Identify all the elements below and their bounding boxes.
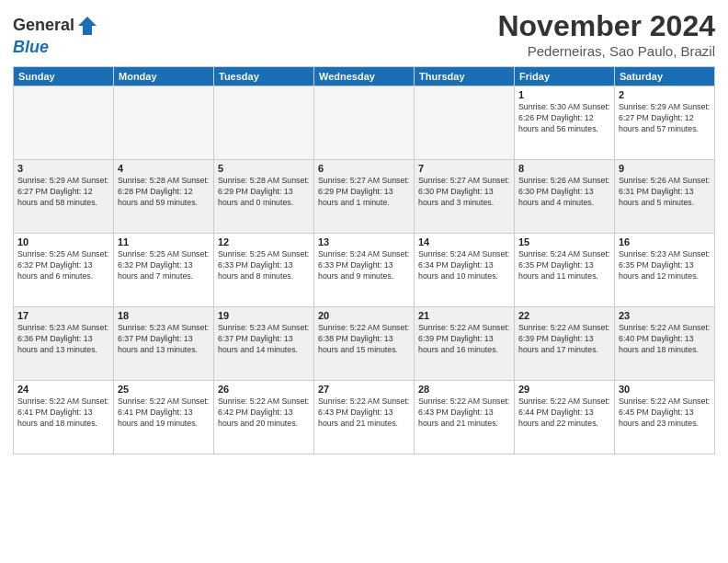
calendar-body: 1Sunrise: 5:30 AM Sunset: 6:26 PM Daylig… [14,86,715,454]
logo-line1: General [13,13,100,39]
calendar-cell: 30Sunrise: 5:22 AM Sunset: 6:45 PM Dayli… [615,381,715,454]
day-info: Sunrise: 5:22 AM Sunset: 6:41 PM Dayligh… [118,396,210,430]
calendar-cell: 4Sunrise: 5:28 AM Sunset: 6:28 PM Daylig… [114,160,214,234]
day-number: 6 [318,163,410,174]
svg-marker-0 [78,17,97,35]
calendar-cell [14,86,114,160]
day-number: 29 [518,384,610,395]
day-number: 2 [619,89,711,100]
day-number: 17 [17,310,109,321]
day-number: 5 [218,163,310,174]
day-number: 19 [218,310,310,321]
calendar-cell: 14Sunrise: 5:24 AM Sunset: 6:34 PM Dayli… [415,234,515,307]
logo-text-block: General Blue [13,13,100,57]
day-number: 28 [418,384,510,395]
calendar-cell: 21Sunrise: 5:22 AM Sunset: 6:39 PM Dayli… [415,307,515,381]
calendar-cell: 10Sunrise: 5:25 AM Sunset: 6:32 PM Dayli… [14,234,114,307]
day-info: Sunrise: 5:25 AM Sunset: 6:33 PM Dayligh… [218,249,310,282]
day-info: Sunrise: 5:23 AM Sunset: 6:37 PM Dayligh… [118,323,210,356]
day-number: 13 [318,236,410,247]
day-number: 22 [518,310,610,321]
calendar-cell [214,86,314,160]
calendar-cell: 18Sunrise: 5:23 AM Sunset: 6:37 PM Dayli… [114,307,214,381]
day-info: Sunrise: 5:29 AM Sunset: 6:27 PM Dayligh… [17,176,109,209]
calendar-cell [314,86,415,160]
header: General Blue November 2024 Pederneiras, … [13,9,715,59]
day-info: Sunrise: 5:26 AM Sunset: 6:30 PM Dayligh… [518,176,610,209]
calendar-week-2: 10Sunrise: 5:25 AM Sunset: 6:32 PM Dayli… [14,234,715,307]
day-number: 26 [218,384,310,395]
day-number: 14 [418,236,510,247]
calendar-cell: 26Sunrise: 5:22 AM Sunset: 6:42 PM Dayli… [214,381,314,454]
day-info: Sunrise: 5:24 AM Sunset: 6:35 PM Dayligh… [518,249,610,282]
page: General Blue November 2024 Pederneiras, … [0,0,728,563]
day-number: 11 [118,236,210,247]
day-info: Sunrise: 5:22 AM Sunset: 6:44 PM Dayligh… [518,396,610,430]
calendar-cell: 2Sunrise: 5:29 AM Sunset: 6:27 PM Daylig… [615,86,715,160]
day-info: Sunrise: 5:22 AM Sunset: 6:39 PM Dayligh… [418,323,510,356]
day-info: Sunrise: 5:22 AM Sunset: 6:43 PM Dayligh… [418,396,510,430]
calendar-cell: 15Sunrise: 5:24 AM Sunset: 6:35 PM Dayli… [515,234,615,307]
logo-blue: Blue [13,39,100,57]
logo: General Blue [13,13,100,57]
day-number: 20 [318,310,410,321]
day-info: Sunrise: 5:27 AM Sunset: 6:29 PM Dayligh… [318,176,410,209]
calendar-cell: 5Sunrise: 5:28 AM Sunset: 6:29 PM Daylig… [214,160,314,234]
calendar-cell [415,86,515,160]
day-number: 1 [518,89,610,100]
title-block: November 2024 Pederneiras, Sao Paulo, Br… [497,9,715,59]
day-info: Sunrise: 5:22 AM Sunset: 6:40 PM Dayligh… [619,323,711,356]
day-number: 15 [518,236,610,247]
calendar-table: Sunday Monday Tuesday Wednesday Thursday… [13,66,715,454]
calendar-cell: 8Sunrise: 5:26 AM Sunset: 6:30 PM Daylig… [515,160,615,234]
day-info: Sunrise: 5:23 AM Sunset: 6:36 PM Dayligh… [17,323,109,356]
day-info: Sunrise: 5:23 AM Sunset: 6:35 PM Dayligh… [619,249,711,282]
day-info: Sunrise: 5:22 AM Sunset: 6:38 PM Dayligh… [318,323,410,356]
calendar-cell: 24Sunrise: 5:22 AM Sunset: 6:41 PM Dayli… [14,381,114,454]
col-saturday: Saturday [615,67,715,86]
calendar-week-0: 1Sunrise: 5:30 AM Sunset: 6:26 PM Daylig… [14,86,715,160]
calendar-week-3: 17Sunrise: 5:23 AM Sunset: 6:36 PM Dayli… [14,307,715,381]
calendar-cell: 12Sunrise: 5:25 AM Sunset: 6:33 PM Dayli… [214,234,314,307]
day-info: Sunrise: 5:25 AM Sunset: 6:32 PM Dayligh… [17,249,109,282]
day-number: 3 [17,163,109,174]
calendar-cell: 20Sunrise: 5:22 AM Sunset: 6:38 PM Dayli… [314,307,415,381]
calendar-cell: 27Sunrise: 5:22 AM Sunset: 6:43 PM Dayli… [314,381,415,454]
calendar-cell: 7Sunrise: 5:27 AM Sunset: 6:30 PM Daylig… [415,160,515,234]
day-number: 30 [619,384,711,395]
calendar-cell: 1Sunrise: 5:30 AM Sunset: 6:26 PM Daylig… [515,86,615,160]
calendar-cell: 13Sunrise: 5:24 AM Sunset: 6:33 PM Dayli… [314,234,415,307]
day-info: Sunrise: 5:23 AM Sunset: 6:37 PM Dayligh… [218,323,310,356]
calendar-cell [114,86,214,160]
day-info: Sunrise: 5:28 AM Sunset: 6:29 PM Dayligh… [218,176,310,209]
day-info: Sunrise: 5:25 AM Sunset: 6:32 PM Dayligh… [118,249,210,282]
logo-icon [74,13,100,39]
day-number: 18 [118,310,210,321]
day-number: 25 [118,384,210,395]
calendar-cell: 19Sunrise: 5:23 AM Sunset: 6:37 PM Dayli… [214,307,314,381]
day-info: Sunrise: 5:28 AM Sunset: 6:28 PM Dayligh… [118,176,210,209]
day-info: Sunrise: 5:24 AM Sunset: 6:34 PM Dayligh… [418,249,510,282]
col-friday: Friday [515,67,615,86]
calendar-cell: 23Sunrise: 5:22 AM Sunset: 6:40 PM Dayli… [615,307,715,381]
logo-general: General [13,17,74,35]
day-number: 4 [118,163,210,174]
day-info: Sunrise: 5:24 AM Sunset: 6:33 PM Dayligh… [318,249,410,282]
month-title: November 2024 [497,9,715,43]
day-info: Sunrise: 5:27 AM Sunset: 6:30 PM Dayligh… [418,176,510,209]
day-info: Sunrise: 5:22 AM Sunset: 6:43 PM Dayligh… [318,396,410,430]
day-number: 10 [17,236,109,247]
calendar-cell: 3Sunrise: 5:29 AM Sunset: 6:27 PM Daylig… [14,160,114,234]
col-sunday: Sunday [14,67,114,86]
calendar-cell: 11Sunrise: 5:25 AM Sunset: 6:32 PM Dayli… [114,234,214,307]
calendar-cell: 17Sunrise: 5:23 AM Sunset: 6:36 PM Dayli… [14,307,114,381]
day-info: Sunrise: 5:22 AM Sunset: 6:42 PM Dayligh… [218,396,310,430]
calendar-week-4: 24Sunrise: 5:22 AM Sunset: 6:41 PM Dayli… [14,381,715,454]
calendar-week-1: 3Sunrise: 5:29 AM Sunset: 6:27 PM Daylig… [14,160,715,234]
col-monday: Monday [114,67,214,86]
calendar-cell: 9Sunrise: 5:26 AM Sunset: 6:31 PM Daylig… [615,160,715,234]
day-info: Sunrise: 5:22 AM Sunset: 6:39 PM Dayligh… [518,323,610,356]
calendar-cell: 22Sunrise: 5:22 AM Sunset: 6:39 PM Dayli… [515,307,615,381]
day-number: 21 [418,310,510,321]
day-number: 16 [619,236,711,247]
